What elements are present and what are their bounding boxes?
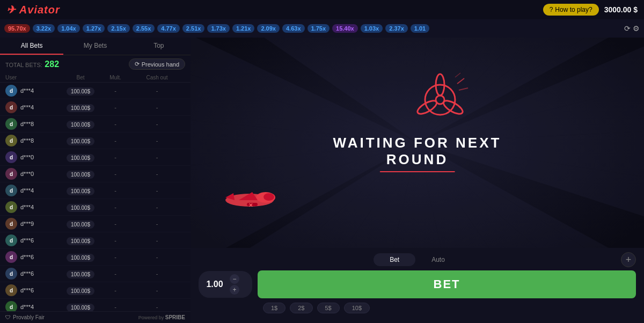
tab-all-bets[interactable]: All Bets <box>0 38 63 55</box>
bet-pill: 100.00$ <box>67 171 94 179</box>
multiplier-pill[interactable]: 1.03x <box>361 24 383 33</box>
multiplier-bar: 95.70x3.22x1.04x1.27x2.15x2.55x4.77x2.51… <box>0 19 644 38</box>
multiplier-pill[interactable]: 1.27x <box>83 24 105 33</box>
bet-amount-cell: 100.00$ <box>59 102 102 112</box>
svg-line-35 <box>457 78 464 84</box>
bet-amount-cell: 100.00$ <box>59 302 102 311</box>
tab-auto[interactable]: Auto <box>415 253 461 266</box>
multiplier-pill[interactable]: 4.77x <box>157 24 180 33</box>
bet-amount: 1.00 <box>204 280 225 289</box>
propeller-icon <box>408 68 472 134</box>
table-row: d d***4 100.00$ - - <box>0 299 191 311</box>
total-bets-label: TOTAL BETS: 282 <box>5 60 59 69</box>
bet-tabs: Bet Auto + <box>199 253 636 266</box>
cashout-cell: - <box>129 221 185 227</box>
svg-text:✕: ✕ <box>248 202 253 208</box>
avatar: d <box>5 301 17 311</box>
decrease-button[interactable]: − <box>230 274 239 284</box>
bet-button[interactable]: BET <box>258 270 636 298</box>
multiplier-pill[interactable]: 3.22x <box>33 24 55 33</box>
bet-amount-cell: 100.00$ <box>59 119 102 129</box>
bet-pill: 100.00$ <box>67 204 94 212</box>
bet-pill: 100.00$ <box>67 154 94 162</box>
waiting-title: WAITING FOR NEXT ROUND <box>304 135 531 168</box>
user-cell: d d***4 <box>5 185 59 196</box>
waiting-underline <box>380 171 455 172</box>
provably-fair[interactable]: 🛡 Provably Fair <box>5 314 45 320</box>
tab-my-bets[interactable]: My Bets <box>63 38 127 55</box>
bet-amount-cell: 100.00$ <box>59 285 102 295</box>
table-row: d d***0 100.00$ - - <box>0 166 191 182</box>
multiplier-pill[interactable]: 2.37x <box>385 24 408 33</box>
multiplier-pill[interactable]: 4.63x <box>282 24 305 33</box>
bet-pill: 100.00$ <box>67 121 94 129</box>
username: d***6 <box>20 287 34 293</box>
quick-amount-button[interactable]: 10$ <box>344 303 370 313</box>
username: d***0 <box>20 171 34 177</box>
mult-icons: ⟳ ⚙ <box>624 24 640 33</box>
cashout-cell: - <box>129 304 185 310</box>
multiplier-pill[interactable]: 2.09x <box>257 24 280 33</box>
tab-top[interactable]: Top <box>127 38 191 55</box>
increase-button[interactable]: + <box>230 285 239 295</box>
plane-icon: ✕ <box>223 181 282 216</box>
top-bar: ✈ Aviator ? How to play? 3000.00 $ <box>0 0 644 19</box>
multiplier-pill[interactable]: 1.75x <box>308 24 330 33</box>
mult-cell: - <box>102 187 129 194</box>
cashout-cell: - <box>129 254 185 260</box>
mult-cell: - <box>102 171 129 177</box>
powered-by: Powered by SPRIBE <box>138 314 185 320</box>
multiplier-pill[interactable]: 1.73x <box>207 24 230 33</box>
quick-amount-button[interactable]: 2$ <box>290 303 312 313</box>
how-to-play-button[interactable]: ? How to play? <box>543 4 599 16</box>
user-cell: d d***6 <box>5 234 59 246</box>
bet-pill: 100.00$ <box>67 254 94 262</box>
multiplier-pill[interactable]: 2.51x <box>182 24 205 33</box>
mult-cell: - <box>102 137 129 144</box>
mult-cell: - <box>102 204 129 210</box>
settings-icon[interactable]: ⚙ <box>633 24 640 33</box>
multiplier-pill[interactable]: 2.15x <box>107 24 130 33</box>
multiplier-pill[interactable]: 1.01 <box>411 24 429 33</box>
avatar: d <box>5 234 17 246</box>
mult-cell: - <box>102 87 129 94</box>
bet-amount-cell: 100.00$ <box>59 169 102 179</box>
username: d***0 <box>20 154 34 160</box>
user-cell: d d***6 <box>5 268 59 280</box>
mult-cell: - <box>102 287 129 293</box>
table-row: d d***6 100.00$ - - <box>0 282 191 299</box>
right-panel: ✕ WAITING FOR NEXT ROUND Bet Auto + 1.00… <box>191 38 644 323</box>
mult-cell: - <box>102 254 129 260</box>
add-bet-button[interactable]: + <box>621 252 636 267</box>
table-row: d d***4 100.00$ - - <box>0 83 191 99</box>
mult-cell: - <box>102 221 129 227</box>
game-area: ✕ WAITING FOR NEXT ROUND <box>191 38 644 248</box>
table-row: d d***0 100.00$ - - <box>0 149 191 166</box>
multiplier-pill[interactable]: 95.70x <box>4 24 30 33</box>
quick-amount-button[interactable]: 1$ <box>263 303 286 313</box>
history-icon[interactable]: ⟳ <box>624 24 631 33</box>
col-cashout-header: Cash out <box>129 75 185 80</box>
multiplier-pill[interactable]: 2.55x <box>133 24 155 33</box>
user-cell: d d***8 <box>5 118 59 130</box>
bet-pill: 100.00$ <box>67 187 94 195</box>
multiplier-pill[interactable]: 15.40x <box>332 24 358 33</box>
cashout-cell: - <box>129 137 185 144</box>
username: d***8 <box>20 121 34 127</box>
tab-bet[interactable]: Bet <box>374 253 415 266</box>
username: d***6 <box>20 254 34 260</box>
logo: ✈ Aviator <box>6 3 60 16</box>
multiplier-pill[interactable]: 1.21x <box>232 24 255 33</box>
svg-line-36 <box>459 88 468 90</box>
quick-amounts: 1$2$5$10$ <box>199 303 636 313</box>
bet-pill: 100.00$ <box>67 237 94 245</box>
avatar: d <box>5 201 17 213</box>
mult-cell: - <box>102 237 129 244</box>
tabs-row: All Bets My Bets Top <box>0 38 191 55</box>
previous-hand-button[interactable]: ⟳ Previous hand <box>129 58 185 70</box>
user-cell: d d***9 <box>5 218 59 230</box>
svg-point-40 <box>264 193 274 201</box>
multiplier-pill[interactable]: 1.04x <box>57 24 80 33</box>
quick-amount-button[interactable]: 5$ <box>317 303 340 313</box>
cashout-cell: - <box>129 204 185 210</box>
